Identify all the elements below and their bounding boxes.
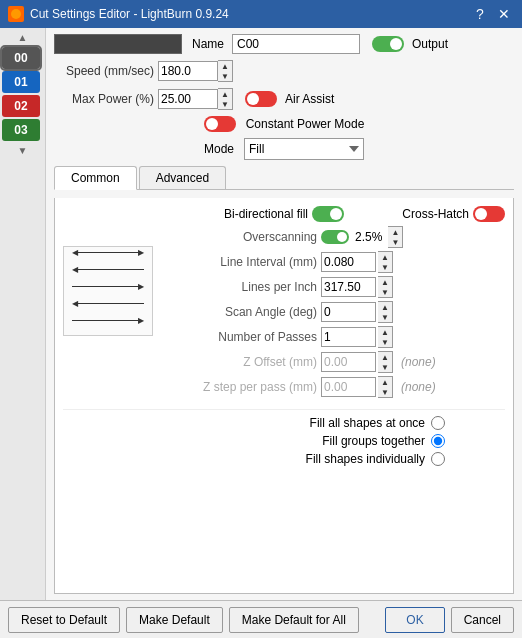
scan-angle-label: Scan Angle (deg) [161,305,321,319]
radio-section: Fill all shapes at once Fill groups toge… [63,409,505,466]
line-interval-row: Line Interval (mm) ▲ ▼ [161,251,505,273]
lines-per-inch-input[interactable] [321,277,376,297]
content-area: Name Output Speed (mm/sec) ▲ ▼ Max Power… [46,28,522,600]
scan-angle-up[interactable]: ▲ [378,302,392,312]
constant-power-label: Constant Power Mode [246,117,365,131]
scan-angle-input[interactable] [321,302,376,322]
z-offset-up[interactable]: ▲ [378,352,392,362]
scan-angle-down[interactable]: ▼ [378,312,392,322]
color-swatch[interactable] [54,34,182,54]
tab-advanced[interactable]: Advanced [139,166,226,189]
max-power-label: Max Power (%) [54,92,154,106]
window-title: Cut Settings Editor - LightBurn 0.9.24 [30,7,229,21]
help-button[interactable]: ? [470,4,490,24]
z-step-input[interactable] [321,377,376,397]
z-step-label: Z step per pass (mm) [161,380,321,394]
bidir-toggle[interactable] [312,206,344,222]
fill-all-label: Fill all shapes at once [310,416,425,430]
cancel-button[interactable]: Cancel [451,607,514,633]
reset-button[interactable]: Reset to Default [8,607,120,633]
max-power-up[interactable]: ▲ [218,89,232,99]
z-offset-none: (none) [401,355,436,369]
sidebar-item-01[interactable]: 01 [2,71,40,93]
scan-angle-row: Scan Angle (deg) ▲ ▼ [161,301,505,323]
z-offset-input[interactable] [321,352,376,372]
num-passes-up[interactable]: ▲ [378,327,392,337]
param-grid: Overscanning 2.5% ▲ ▼ [161,226,505,401]
overscan-up[interactable]: ▲ [388,227,402,237]
sidebar-item-03[interactable]: 03 [2,119,40,141]
crosshatch-label: Cross-Hatch [402,207,469,221]
overscan-label: Overscanning [161,230,321,244]
z-offset-row: Z Offset (mm) ▲ ▼ (none) [161,351,505,373]
mode-select[interactable]: Fill Line Offset Fill [244,138,364,160]
speed-up[interactable]: ▲ [218,61,232,71]
fill-all-radio[interactable] [431,416,445,430]
speed-down[interactable]: ▼ [218,71,232,81]
svg-point-0 [11,9,21,19]
sidebar-item-02[interactable]: 02 [2,95,40,117]
common-panel: Bi-directional fill Cross-Hatch [54,198,514,594]
fill-groups-row: Fill groups together [63,434,505,448]
fill-individ-label: Fill shapes individually [306,452,425,466]
overscan-row: Overscanning 2.5% ▲ ▼ [161,226,505,248]
crosshatch-toggle[interactable] [473,206,505,222]
line-interval-up[interactable]: ▲ [378,252,392,262]
num-passes-down[interactable]: ▼ [378,337,392,347]
z-step-down[interactable]: ▼ [378,387,392,397]
bidir-row: Bi-directional fill Cross-Hatch [63,206,505,222]
line-interval-down[interactable]: ▼ [378,262,392,272]
lines-per-inch-up[interactable]: ▲ [378,277,392,287]
sidebar-item-00[interactable]: 00 [2,47,40,69]
fill-groups-label: Fill groups together [322,434,425,448]
tab-common[interactable]: Common [54,166,137,190]
lines-per-inch-label: Lines per Inch [161,280,321,294]
sidebar: ▲ 00 01 02 03 ▼ [0,28,46,600]
sidebar-scroll-up[interactable]: ▲ [2,30,43,45]
air-assist-label: Air Assist [285,92,334,106]
bidir-label: Bi-directional fill [224,207,308,221]
max-power-row: Max Power (%) ▲ ▼ Air Assist [54,88,514,110]
z-offset-down[interactable]: ▼ [378,362,392,372]
ok-button[interactable]: OK [385,607,444,633]
fill-individ-radio[interactable] [431,452,445,466]
num-passes-row: Number of Passes ▲ ▼ [161,326,505,348]
z-offset-label: Z Offset (mm) [161,355,321,369]
name-input[interactable] [232,34,360,54]
constant-power-row: Constant Power Mode [54,116,514,132]
speed-spinbox: ▲ ▼ [158,60,233,82]
lines-per-inch-down[interactable]: ▼ [378,287,392,297]
make-default-button[interactable]: Make Default [126,607,223,633]
output-label: Output [412,37,448,51]
speed-row: Speed (mm/sec) ▲ ▼ [54,60,514,82]
fill-all-row: Fill all shapes at once [63,416,505,430]
num-passes-input[interactable] [321,327,376,347]
z-step-none: (none) [401,380,436,394]
num-passes-label: Number of Passes [161,330,321,344]
overscan-toggle[interactable] [321,230,349,244]
fill-groups-radio[interactable] [431,434,445,448]
title-bar: Cut Settings Editor - LightBurn 0.9.24 ?… [0,0,522,28]
bottom-bar: Reset to Default Make Default Make Defau… [0,600,522,638]
mode-label: Mode [204,142,234,156]
constant-power-toggle[interactable] [204,116,236,132]
max-power-down[interactable]: ▼ [218,99,232,109]
overscan-down[interactable]: ▼ [388,237,402,247]
sidebar-scroll-down[interactable]: ▼ [2,143,43,158]
overscan-value: 2.5% [355,230,382,244]
air-assist-toggle[interactable] [245,91,277,107]
output-toggle[interactable] [372,36,404,52]
max-power-input[interactable] [158,89,218,109]
line-interval-input[interactable] [321,252,376,272]
speed-input[interactable] [158,61,218,81]
z-step-up[interactable]: ▲ [378,377,392,387]
line-interval-label: Line Interval (mm) [161,255,321,269]
preview-col: ◀ ▶ ◀ ▶ ◀ [63,226,161,401]
lines-per-inch-row: Lines per Inch ▲ ▼ [161,276,505,298]
tab-bar: Common Advanced [54,166,514,190]
fill-preview: ◀ ▶ ◀ ▶ ◀ [63,246,153,336]
close-button[interactable]: ✕ [494,4,514,24]
make-default-all-button[interactable]: Make Default for All [229,607,359,633]
fill-individ-row: Fill shapes individually [63,452,505,466]
z-step-row: Z step per pass (mm) ▲ ▼ (none) [161,376,505,398]
